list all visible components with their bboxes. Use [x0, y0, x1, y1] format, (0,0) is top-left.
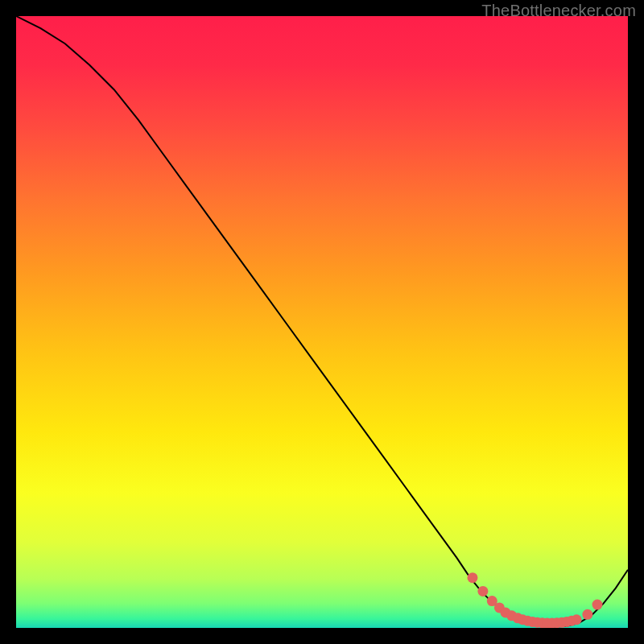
chart-stage: TheBottlenecker.com [0, 0, 644, 644]
plot-area [16, 16, 628, 628]
curve-marker [477, 586, 488, 597]
curve-marker [467, 572, 477, 583]
curve-marker [582, 609, 592, 620]
chart-svg [16, 16, 628, 628]
gradient-background [16, 16, 628, 628]
curve-marker [592, 600, 603, 610]
curve-marker [572, 614, 582, 625]
